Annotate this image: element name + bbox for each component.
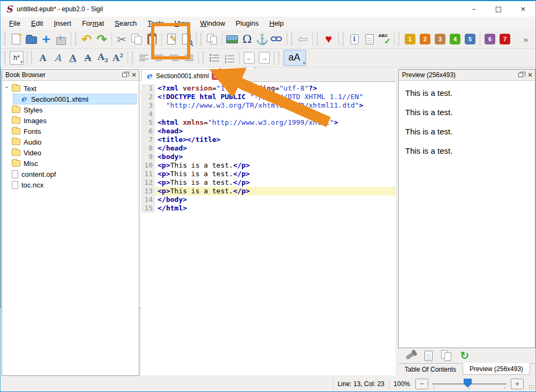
next-button[interactable]: → xyxy=(257,50,272,66)
edit-pencil-icon[interactable]: ✎ xyxy=(164,31,179,47)
align-right-button[interactable] xyxy=(166,50,181,66)
previous-button[interactable]: ← xyxy=(242,50,257,66)
donate-heart-icon[interactable]: ♥ xyxy=(321,31,336,47)
code-line-8[interactable]: 8</head> xyxy=(141,144,396,153)
spellcheck-icon[interactable]: ABC✓ xyxy=(377,31,392,47)
find-icon[interactable] xyxy=(179,31,194,47)
toolbar-handle[interactable] xyxy=(4,33,7,46)
float-panel-icon[interactable] xyxy=(122,73,127,77)
tree-item-text[interactable]: ›Text xyxy=(2,83,139,94)
insert-image-icon[interactable] xyxy=(225,31,240,47)
tree-item-images[interactable]: Images xyxy=(2,115,139,126)
menu-search[interactable]: Search xyxy=(109,18,142,29)
bullet-list-button[interactable] xyxy=(207,50,222,66)
toolbar-handle[interactable] xyxy=(203,51,205,64)
toolbar-handle[interactable] xyxy=(278,51,281,64)
redo-icon[interactable]: ↷ xyxy=(94,31,109,47)
bold-button[interactable]: A xyxy=(35,50,50,66)
inspect-icon[interactable] xyxy=(404,348,416,364)
metadata-icon[interactable]: i xyxy=(347,31,362,47)
new-file-icon[interactable]: ✦ xyxy=(9,31,24,47)
underline-button[interactable]: A xyxy=(65,50,80,66)
code-line-6[interactable]: 6<head> xyxy=(141,127,396,135)
toolbar-handle[interactable] xyxy=(4,51,7,64)
special-character-icon[interactable]: Ω xyxy=(240,31,255,47)
select-all-icon[interactable] xyxy=(422,348,435,364)
code-line-3[interactable]: 3 "http://www.w3.org/TR/xhtml11/DTD/xhtm… xyxy=(141,101,396,110)
toolbar-handle[interactable] xyxy=(31,51,34,64)
minimize-button[interactable]: – xyxy=(461,1,486,17)
plugin-3-icon[interactable]: 3 xyxy=(433,31,448,47)
save-icon[interactable]: ↓ xyxy=(54,31,69,47)
align-left-button[interactable] xyxy=(136,50,151,66)
toolbar-handle[interactable] xyxy=(132,51,135,64)
back-arrow-icon[interactable]: ⇦ xyxy=(295,31,310,47)
zoom-slider-handle[interactable] xyxy=(464,379,472,388)
code-line-5[interactable]: 5<html xmlns="http://www.w3.org/1999/xht… xyxy=(141,118,396,127)
paste-icon[interactable] xyxy=(144,31,159,47)
toolbar-handle[interactable] xyxy=(343,33,345,46)
close-button[interactable]: × xyxy=(511,1,535,17)
menu-file[interactable]: File xyxy=(4,18,26,29)
heading-style-button[interactable]: h*▾ xyxy=(9,50,25,66)
tree-item-section0001-xhtml[interactable]: eSection0001.xhtml xyxy=(2,94,139,104)
toolbar-overflow-icon[interactable]: » xyxy=(518,31,533,47)
toolbar-handle[interactable] xyxy=(200,33,203,46)
zoom-out-button[interactable]: − xyxy=(415,379,428,389)
expand-chevron-icon[interactable]: › xyxy=(4,85,10,90)
code-line-4[interactable]: 4 xyxy=(141,110,396,118)
code-line-13[interactable]: 13<p>This is a test.</p> xyxy=(141,187,396,195)
insert-link-icon[interactable] xyxy=(270,31,285,47)
toolbar-handle[interactable] xyxy=(317,33,319,46)
subscript-button[interactable]: A2 xyxy=(95,50,110,66)
float-panel-icon[interactable] xyxy=(518,73,523,77)
undo-icon[interactable]: ↶ xyxy=(79,31,94,47)
resize-grip[interactable] xyxy=(528,385,534,390)
code-line-11[interactable]: 11<p>This is a test.</p> xyxy=(141,170,396,178)
menu-edit[interactable]: Edit xyxy=(26,18,48,29)
zoom-slider[interactable] xyxy=(433,378,507,390)
code-line-10[interactable]: 10<p>This is a test.</p> xyxy=(141,161,396,170)
zoom-in-button[interactable]: + xyxy=(511,379,524,389)
tree-item-fonts[interactable]: Fonts xyxy=(2,126,139,137)
tree-item-video[interactable]: Video xyxy=(2,147,139,158)
code-view[interactable]: 1<?xml version="1.0" encoding="utf-8"?>2… xyxy=(141,82,396,375)
menu-tools[interactable]: Tools xyxy=(142,18,169,29)
align-justify-button[interactable] xyxy=(181,50,196,66)
toolbar-handle[interactable] xyxy=(291,33,294,46)
menu-format[interactable]: Format xyxy=(77,18,109,29)
italic-button[interactable]: A xyxy=(50,50,65,66)
refresh-icon[interactable]: ↻ xyxy=(458,348,471,364)
code-line-12[interactable]: 12<p>This is a test.</p> xyxy=(141,178,396,187)
plugin-2-icon[interactable]: 2 xyxy=(418,31,433,47)
add-existing-icon[interactable]: + xyxy=(39,31,54,47)
plugin-7-icon[interactable]: 7 xyxy=(497,31,512,47)
menu-view[interactable]: View xyxy=(169,18,195,29)
tab-preview-256x493-[interactable]: Preview (256x493) xyxy=(463,363,530,375)
tab-close-icon[interactable]: x xyxy=(212,72,219,80)
superscript-button[interactable]: A2 xyxy=(110,50,125,66)
tree-item-toc-ncx[interactable]: toc.ncx xyxy=(2,179,139,190)
toolbar-handle[interactable] xyxy=(398,33,401,46)
editor-tab[interactable]: e Section0001.xhtml x xyxy=(141,69,223,82)
plugin-1-icon[interactable]: 1 xyxy=(403,31,418,47)
code-line-2[interactable]: 2<!DOCTYPE html PUBLIC "-//W3C//DTD XHTM… xyxy=(141,93,396,101)
numbered-list-button[interactable]: 123 xyxy=(222,50,237,66)
copy-preview-icon[interactable] xyxy=(440,348,453,364)
tab-table-of-contents[interactable]: Table Of Contents xyxy=(398,364,463,375)
align-center-button[interactable] xyxy=(151,50,166,66)
tree-item-misc[interactable]: Misc xyxy=(2,158,139,169)
code-line-1[interactable]: 1<?xml version="1.0" encoding="utf-8"?> xyxy=(141,84,396,93)
menu-help[interactable]: Help xyxy=(264,18,289,29)
code-line-7[interactable]: 7<title></title> xyxy=(141,135,396,144)
code-line-9[interactable]: 9<body> xyxy=(141,153,396,161)
menu-plugins[interactable]: Plugins xyxy=(230,18,264,29)
close-panel-icon[interactable]: ✕ xyxy=(527,72,533,78)
tree-item-audio[interactable]: Audio xyxy=(2,137,139,147)
validate-icon[interactable] xyxy=(362,31,377,47)
toolbar-handle[interactable] xyxy=(75,33,78,46)
menu-window[interactable]: Window xyxy=(195,18,230,29)
anchor-icon[interactable]: ⚓ xyxy=(255,31,270,47)
close-panel-icon[interactable]: ✕ xyxy=(131,72,137,78)
plugin-6-icon[interactable]: 6 xyxy=(482,31,497,47)
